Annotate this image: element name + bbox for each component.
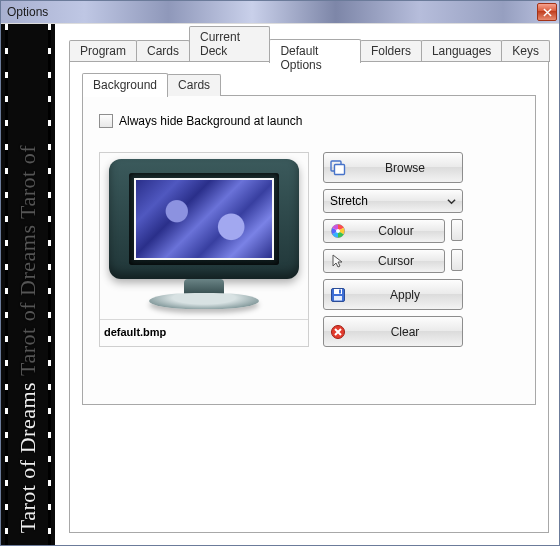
colour-swatch[interactable] — [451, 219, 463, 241]
tab-languages[interactable]: Languages — [421, 40, 502, 62]
colour-label: Colour — [354, 224, 438, 238]
hide-background-row[interactable]: Always hide Background at launch — [99, 114, 519, 128]
inner-tab-row: Background Cards — [82, 74, 536, 96]
hide-background-checkbox[interactable] — [99, 114, 113, 128]
window-title: Options — [7, 5, 48, 19]
side-branding-strip: Tarot of Dreams Tarot of Dreams Tarot of — [1, 24, 55, 545]
tab-keys[interactable]: Keys — [501, 40, 550, 62]
background-controls: Browse Stretch — [323, 152, 463, 347]
colour-wheel-icon — [330, 223, 346, 239]
background-preview-box: default.bmp — [99, 152, 309, 347]
apply-label: Apply — [354, 288, 456, 302]
cursor-label: Cursor — [354, 254, 438, 268]
close-icon — [543, 8, 552, 17]
scale-mode-value: Stretch — [330, 194, 368, 208]
main-tab-panel: Background Cards Always hide Background … — [69, 61, 549, 533]
chevron-down-icon — [447, 197, 456, 206]
window-body: Tarot of Dreams Tarot of Dreams Tarot of… — [1, 23, 559, 545]
svg-point-3 — [336, 229, 340, 233]
svg-rect-7 — [334, 296, 342, 301]
browse-label: Browse — [354, 161, 456, 175]
hide-background-label: Always hide Background at launch — [119, 114, 302, 128]
titlebar[interactable]: Options — [1, 1, 559, 23]
apply-button[interactable]: Apply — [323, 279, 463, 310]
browse-icon — [330, 160, 346, 176]
background-preview — [134, 178, 274, 260]
tab-cards[interactable]: Cards — [136, 40, 190, 62]
cursor-swatch[interactable] — [451, 249, 463, 271]
tab-folders[interactable]: Folders — [360, 40, 422, 62]
tab-default-options[interactable]: Default Options — [269, 39, 360, 63]
side-branding-dim: Tarot of Dreams Tarot of — [15, 145, 40, 376]
save-icon — [330, 287, 346, 303]
side-branding-bright: Tarot of Dreams — [15, 382, 40, 533]
colour-button[interactable]: Colour — [323, 219, 445, 243]
tab-program[interactable]: Program — [69, 40, 137, 62]
browse-button[interactable]: Browse — [323, 152, 463, 183]
svg-rect-1 — [335, 164, 345, 174]
tab-current-deck[interactable]: Current Deck — [189, 26, 270, 62]
svg-rect-6 — [339, 289, 341, 293]
clear-button[interactable]: Clear — [323, 316, 463, 347]
content-area: Program Cards Current Deck Default Optio… — [55, 24, 559, 545]
inner-tab-background[interactable]: Background — [82, 73, 168, 97]
background-panel: Always hide Background at launch — [82, 95, 536, 405]
clear-label: Clear — [354, 325, 456, 339]
background-filename: default.bmp — [100, 319, 308, 340]
options-window: Options Tarot of Dreams Tarot of Dreams … — [0, 0, 560, 546]
cursor-icon — [330, 253, 346, 269]
close-button[interactable] — [537, 3, 557, 21]
scale-mode-select[interactable]: Stretch — [323, 189, 463, 213]
monitor-icon — [109, 159, 299, 309]
main-tab-row: Program Cards Current Deck Default Optio… — [69, 38, 549, 62]
inner-tab-cards[interactable]: Cards — [167, 74, 221, 96]
side-branding-text: Tarot of Dreams Tarot of Dreams Tarot of — [15, 145, 41, 533]
clear-icon — [330, 324, 346, 340]
cursor-button[interactable]: Cursor — [323, 249, 445, 273]
